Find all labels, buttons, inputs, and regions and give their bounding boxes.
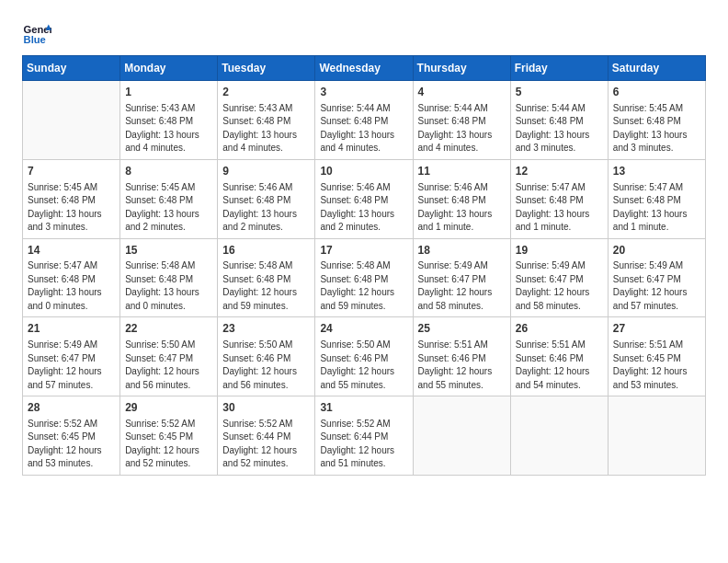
logo-icon: General Blue (22, 18, 51, 48)
calendar-cell: 6Sunrise: 5:45 AMSunset: 6:48 PMDaylight… (608, 81, 705, 160)
weekday-header: Saturday (608, 56, 705, 81)
day-number: 1 (125, 85, 212, 100)
calendar-cell: 21Sunrise: 5:49 AMSunset: 6:47 PMDayligh… (23, 317, 120, 396)
calendar-cell: 4Sunrise: 5:44 AMSunset: 6:48 PMDaylight… (413, 81, 510, 160)
day-number: 20 (613, 243, 700, 259)
day-info: Sunrise: 5:45 AMSunset: 6:48 PMDaylight:… (125, 181, 212, 235)
day-info: Sunrise: 5:45 AMSunset: 6:48 PMDaylight:… (613, 102, 700, 155)
day-info: Sunrise: 5:50 AMSunset: 6:46 PMDaylight:… (222, 339, 310, 392)
calendar-cell: 17Sunrise: 5:48 AMSunset: 6:48 PMDayligh… (315, 238, 413, 317)
calendar-cell: 28Sunrise: 5:52 AMSunset: 6:45 PMDayligh… (23, 396, 120, 476)
calendar-cell: 22Sunrise: 5:50 AMSunset: 6:47 PMDayligh… (120, 317, 218, 396)
logo: General Blue (22, 18, 55, 48)
day-number: 29 (125, 400, 212, 416)
day-info: Sunrise: 5:47 AMSunset: 6:48 PMDaylight:… (613, 181, 700, 235)
day-info: Sunrise: 5:48 AMSunset: 6:48 PMDaylight:… (320, 259, 407, 313)
day-info: Sunrise: 5:50 AMSunset: 6:47 PMDaylight:… (125, 339, 212, 392)
day-number: 13 (613, 164, 700, 179)
day-number: 9 (222, 164, 310, 179)
calendar-cell (413, 396, 510, 476)
calendar-cell (23, 81, 120, 160)
calendar-cell: 23Sunrise: 5:50 AMSunset: 6:46 PMDayligh… (218, 317, 315, 396)
calendar-cell: 2Sunrise: 5:43 AMSunset: 6:48 PMDaylight… (218, 81, 315, 160)
day-number: 22 (125, 321, 212, 337)
day-number: 14 (28, 243, 115, 259)
calendar-cell: 18Sunrise: 5:49 AMSunset: 6:47 PMDayligh… (413, 238, 510, 317)
calendar-cell: 20Sunrise: 5:49 AMSunset: 6:47 PMDayligh… (608, 238, 705, 317)
day-number: 26 (516, 321, 603, 337)
day-info: Sunrise: 5:52 AMSunset: 6:44 PMDaylight:… (320, 418, 407, 471)
calendar-cell: 24Sunrise: 5:50 AMSunset: 6:46 PMDayligh… (315, 317, 413, 396)
calendar-cell: 9Sunrise: 5:46 AMSunset: 6:48 PMDaylight… (218, 159, 315, 238)
calendar-week-row: 7Sunrise: 5:45 AMSunset: 6:48 PMDaylight… (23, 159, 706, 238)
weekday-header: Wednesday (315, 56, 413, 81)
svg-text:Blue: Blue (24, 34, 46, 45)
calendar-cell: 19Sunrise: 5:49 AMSunset: 6:47 PMDayligh… (510, 238, 608, 317)
calendar-cell (510, 396, 608, 476)
day-number: 18 (418, 243, 506, 259)
calendar-cell: 10Sunrise: 5:46 AMSunset: 6:48 PMDayligh… (315, 159, 413, 238)
calendar-cell: 27Sunrise: 5:51 AMSunset: 6:45 PMDayligh… (608, 317, 705, 396)
day-number: 12 (516, 164, 603, 179)
day-info: Sunrise: 5:52 AMSunset: 6:45 PMDaylight:… (125, 418, 212, 471)
calendar-cell: 25Sunrise: 5:51 AMSunset: 6:46 PMDayligh… (413, 317, 510, 396)
day-info: Sunrise: 5:44 AMSunset: 6:48 PMDaylight:… (516, 102, 603, 155)
calendar-cell: 13Sunrise: 5:47 AMSunset: 6:48 PMDayligh… (608, 159, 705, 238)
calendar-week-row: 21Sunrise: 5:49 AMSunset: 6:47 PMDayligh… (23, 317, 706, 396)
day-number: 24 (320, 321, 407, 337)
day-number: 11 (418, 164, 506, 179)
day-info: Sunrise: 5:46 AMSunset: 6:48 PMDaylight:… (320, 181, 407, 235)
day-info: Sunrise: 5:51 AMSunset: 6:46 PMDaylight:… (516, 339, 603, 392)
weekday-header: Monday (120, 56, 218, 81)
weekday-header: Sunday (23, 56, 120, 81)
day-info: Sunrise: 5:49 AMSunset: 6:47 PMDaylight:… (613, 259, 700, 313)
day-number: 5 (516, 85, 603, 100)
calendar-cell: 11Sunrise: 5:46 AMSunset: 6:48 PMDayligh… (413, 159, 510, 238)
day-number: 31 (320, 400, 407, 416)
calendar-cell: 8Sunrise: 5:45 AMSunset: 6:48 PMDaylight… (120, 159, 218, 238)
day-info: Sunrise: 5:49 AMSunset: 6:47 PMDaylight:… (418, 259, 506, 313)
day-info: Sunrise: 5:48 AMSunset: 6:48 PMDaylight:… (125, 259, 212, 313)
calendar-cell: 29Sunrise: 5:52 AMSunset: 6:45 PMDayligh… (120, 396, 218, 476)
day-info: Sunrise: 5:45 AMSunset: 6:48 PMDaylight:… (28, 181, 115, 235)
calendar-cell (608, 396, 705, 476)
day-number: 25 (418, 321, 506, 337)
day-info: Sunrise: 5:46 AMSunset: 6:48 PMDaylight:… (222, 181, 310, 235)
day-info: Sunrise: 5:51 AMSunset: 6:45 PMDaylight:… (613, 339, 700, 392)
day-number: 15 (125, 243, 212, 259)
day-number: 4 (418, 85, 506, 100)
weekday-header: Thursday (413, 56, 510, 81)
day-number: 19 (516, 243, 603, 259)
day-info: Sunrise: 5:46 AMSunset: 6:48 PMDaylight:… (418, 181, 506, 235)
calendar-cell: 5Sunrise: 5:44 AMSunset: 6:48 PMDaylight… (510, 81, 608, 160)
calendar-header-row: SundayMondayTuesdayWednesdayThursdayFrid… (23, 56, 706, 81)
day-number: 3 (320, 85, 407, 100)
day-number: 30 (222, 400, 310, 416)
calendar-cell: 30Sunrise: 5:52 AMSunset: 6:44 PMDayligh… (218, 396, 315, 476)
day-number: 10 (320, 164, 407, 179)
day-number: 6 (613, 85, 700, 100)
day-info: Sunrise: 5:47 AMSunset: 6:48 PMDaylight:… (28, 259, 115, 313)
day-number: 8 (125, 164, 212, 179)
calendar-week-row: 1Sunrise: 5:43 AMSunset: 6:48 PMDaylight… (23, 81, 706, 160)
day-info: Sunrise: 5:52 AMSunset: 6:45 PMDaylight:… (28, 418, 115, 471)
day-info: Sunrise: 5:49 AMSunset: 6:47 PMDaylight:… (516, 259, 603, 313)
weekday-header: Friday (510, 56, 608, 81)
calendar-cell: 26Sunrise: 5:51 AMSunset: 6:46 PMDayligh… (510, 317, 608, 396)
day-info: Sunrise: 5:50 AMSunset: 6:46 PMDaylight:… (320, 339, 407, 392)
day-number: 23 (222, 321, 310, 337)
day-info: Sunrise: 5:43 AMSunset: 6:48 PMDaylight:… (222, 102, 310, 155)
calendar-cell: 3Sunrise: 5:44 AMSunset: 6:48 PMDaylight… (315, 81, 413, 160)
day-info: Sunrise: 5:52 AMSunset: 6:44 PMDaylight:… (222, 418, 310, 471)
calendar-cell: 31Sunrise: 5:52 AMSunset: 6:44 PMDayligh… (315, 396, 413, 476)
day-number: 27 (613, 321, 700, 337)
day-number: 2 (222, 85, 310, 100)
page-header: General Blue (22, 18, 706, 48)
day-info: Sunrise: 5:49 AMSunset: 6:47 PMDaylight:… (28, 339, 115, 392)
calendar-week-row: 14Sunrise: 5:47 AMSunset: 6:48 PMDayligh… (23, 238, 706, 317)
calendar-week-row: 28Sunrise: 5:52 AMSunset: 6:45 PMDayligh… (23, 396, 706, 476)
calendar-cell: 16Sunrise: 5:48 AMSunset: 6:48 PMDayligh… (218, 238, 315, 317)
calendar-cell: 15Sunrise: 5:48 AMSunset: 6:48 PMDayligh… (120, 238, 218, 317)
calendar-cell: 7Sunrise: 5:45 AMSunset: 6:48 PMDaylight… (23, 159, 120, 238)
calendar-table: SundayMondayTuesdayWednesdayThursdayFrid… (22, 55, 706, 476)
